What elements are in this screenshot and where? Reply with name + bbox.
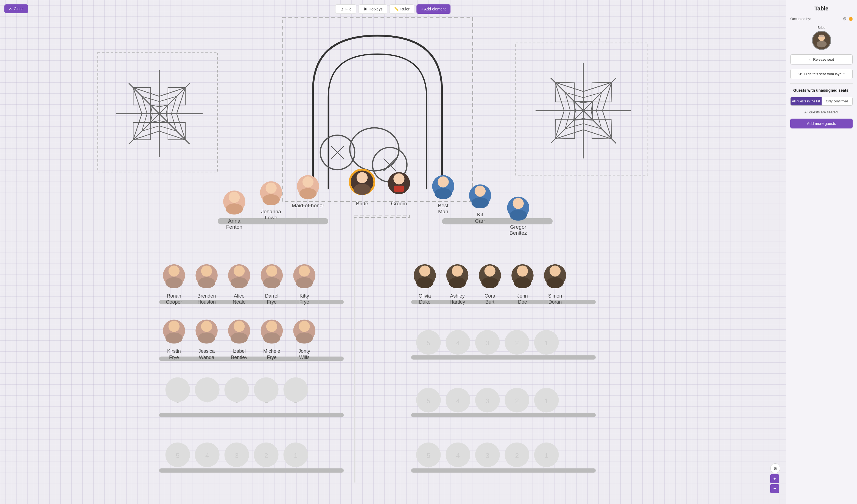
hotkeys-button[interactable]: ⌘ Hotkeys xyxy=(358,4,387,14)
add-more-guests-button[interactable]: Add more guests xyxy=(790,119,853,129)
svg-text:5: 5 xyxy=(426,397,431,405)
svg-text:Izabel: Izabel xyxy=(233,348,246,354)
guest-anna-fenton[interactable]: Anna Fenton xyxy=(223,190,246,230)
svg-point-107 xyxy=(299,321,309,332)
left-decoration xyxy=(98,52,220,174)
file-icon: 🗋 xyxy=(340,7,344,11)
svg-point-88 xyxy=(166,333,183,343)
svg-text:Benitez: Benitez xyxy=(509,230,527,236)
svg-text:Simon: Simon xyxy=(548,293,562,299)
guest-kit-carr[interactable]: Kit Carr xyxy=(469,184,491,224)
left-bench-3 xyxy=(159,413,344,418)
guest-maid-of-honor[interactable]: Maid-of-honor xyxy=(292,175,324,208)
svg-rect-16 xyxy=(282,17,473,202)
empty-seat xyxy=(283,377,308,402)
svg-text:John: John xyxy=(517,293,528,299)
svg-text:1: 1 xyxy=(294,452,298,459)
svg-point-58 xyxy=(509,210,527,221)
svg-point-123 xyxy=(449,277,466,288)
file-button[interactable]: 🗋 File xyxy=(335,4,356,14)
guest-cora-burt[interactable]: Cora Burt xyxy=(479,264,501,305)
svg-text:Carr: Carr xyxy=(475,218,485,224)
guest-groom-altar[interactable]: Groom xyxy=(388,172,410,206)
svg-point-127 xyxy=(485,266,495,276)
only-confirmed-tab[interactable]: Only confirmed xyxy=(822,97,853,105)
guest-ashley-hartley[interactable]: Ashley Hartley xyxy=(446,264,469,305)
svg-text:3: 3 xyxy=(486,397,489,405)
toolbar: 🗋 File ⌘ Hotkeys 📏 Ruler + Add element xyxy=(335,4,451,14)
guest-bride-altar[interactable]: Bride xyxy=(350,170,374,206)
divider xyxy=(790,83,853,84)
hotkeys-icon: ⌘ xyxy=(363,7,367,11)
svg-point-53 xyxy=(472,197,489,208)
svg-text:Groom: Groom xyxy=(391,201,407,206)
svg-text:3: 3 xyxy=(486,452,489,459)
svg-point-30 xyxy=(266,183,277,194)
svg-text:2: 2 xyxy=(515,397,519,405)
svg-text:4: 4 xyxy=(456,452,460,459)
guest-ronan-cooper[interactable]: Ronan Cooper xyxy=(163,264,185,305)
svg-rect-17 xyxy=(350,128,399,171)
svg-point-47 xyxy=(438,177,449,187)
guest-alice-neale[interactable]: Alice Neale xyxy=(228,264,250,305)
navigate-button[interactable]: ⊕ xyxy=(770,464,780,473)
occupied-controls: ⚙ xyxy=(843,16,853,21)
svg-point-102 xyxy=(266,321,277,332)
aisle-divider xyxy=(354,215,409,218)
svg-point-138 xyxy=(547,277,564,288)
svg-text:Kitty: Kitty xyxy=(300,293,309,299)
ruler-label: Ruler xyxy=(400,7,409,11)
svg-text:Houston: Houston xyxy=(197,299,216,305)
guest-izabel-bentley[interactable]: Izabel Bentley xyxy=(228,320,250,360)
zoom-out-button[interactable]: − xyxy=(770,484,779,493)
svg-point-98 xyxy=(231,333,248,343)
guest-jonty-wills[interactable]: Jonty Wills xyxy=(293,320,315,360)
svg-text:3: 3 xyxy=(486,339,489,347)
close-button[interactable]: ✕ Close xyxy=(4,4,28,13)
hide-seat-label: Hide this seat from layout xyxy=(804,72,845,76)
svg-text:Gregor: Gregor xyxy=(510,224,526,230)
svg-text:2: 2 xyxy=(515,452,519,459)
gear-icon[interactable]: ⚙ xyxy=(843,16,846,21)
guest-kirstin-frye[interactable]: Kirstin Frye xyxy=(163,320,185,360)
guest-simon-doran[interactable]: Simon Doran xyxy=(544,264,566,305)
svg-point-39 xyxy=(357,172,368,183)
right-bench-1 xyxy=(411,300,596,304)
left-bench-2 xyxy=(159,357,344,361)
svg-text:Frye: Frye xyxy=(169,355,179,360)
zoom-in-button[interactable]: + xyxy=(770,474,779,483)
guest-john-doe[interactable]: John Doe xyxy=(511,264,534,305)
ruler-button[interactable]: 📏 Ruler xyxy=(389,4,414,14)
sidebar-title: Table xyxy=(790,5,853,12)
guest-gregor-benitez[interactable]: Gregor Benitez xyxy=(507,197,529,236)
svg-point-67 xyxy=(201,266,212,276)
guest-olivia-duke[interactable]: Olivia Duke xyxy=(414,264,436,305)
svg-point-83 xyxy=(296,277,313,288)
guest-brenden-houston[interactable]: Brenden Houston xyxy=(196,264,218,305)
svg-text:Jonty: Jonty xyxy=(298,348,310,354)
svg-text:5: 5 xyxy=(426,452,431,459)
svg-point-72 xyxy=(234,266,245,276)
right-decoration xyxy=(516,43,649,176)
guest-best-man[interactable]: Best Man xyxy=(432,175,454,214)
add-element-label: + Add element xyxy=(421,7,446,11)
svg-point-87 xyxy=(169,321,180,332)
guest-michele-frye[interactable]: Michele Frye xyxy=(261,320,283,360)
add-element-button[interactable]: + Add element xyxy=(416,4,451,14)
svg-text:5: 5 xyxy=(426,339,431,347)
all-guests-tab[interactable]: All guests in the list xyxy=(791,97,822,105)
guest-darrel-frye[interactable]: Darrel Frye xyxy=(261,264,283,305)
svg-point-35 xyxy=(303,177,314,187)
guest-johanna-lowe[interactable]: Johanna Lowe xyxy=(260,182,282,221)
svg-point-77 xyxy=(266,266,277,276)
empty-seat xyxy=(224,377,249,402)
svg-text:Darrel: Darrel xyxy=(265,293,279,299)
guest-kitty-frye[interactable]: Kitty Frye xyxy=(293,264,315,305)
svg-text:Olivia: Olivia xyxy=(419,293,431,299)
release-seat-button[interactable]: × Release seat xyxy=(790,54,853,65)
hide-seat-button[interactable]: 👁 Hide this seat from layout xyxy=(790,69,853,79)
guest-jessica-wanda[interactable]: Jessica Wanda xyxy=(196,320,218,360)
guests-section-title: Guests with unassigned seats: xyxy=(790,88,853,93)
svg-point-62 xyxy=(169,266,180,276)
svg-point-36 xyxy=(300,188,317,199)
